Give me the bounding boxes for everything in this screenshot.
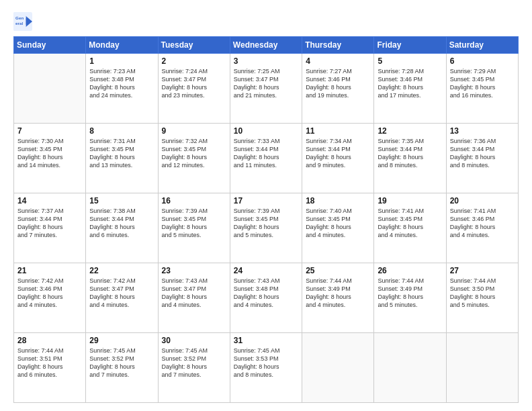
day-number: 13 (450, 126, 515, 136)
cell-text: Sunrise: 7:42 AMSunset: 3:47 PMDaylight:… (89, 277, 154, 310)
header: Gen eral (13, 12, 519, 31)
page: Gen eral SundayMondayTuesdayWednesdayThu… (0, 0, 532, 411)
day-number: 25 (306, 266, 370, 275)
calendar-cell: 29Sunrise: 7:45 AMSunset: 3:52 PMDayligh… (86, 333, 158, 403)
day-number: 10 (234, 126, 298, 136)
day-number: 27 (450, 266, 515, 275)
weekday-header: Tuesday (158, 37, 230, 54)
weekday-header: Thursday (302, 37, 374, 54)
cell-text: Sunrise: 7:41 AMSunset: 3:46 PMDaylight:… (450, 207, 515, 240)
calendar-cell (374, 333, 446, 403)
calendar-cell: 4Sunrise: 7:27 AMSunset: 3:46 PMDaylight… (302, 54, 374, 124)
cell-text: Sunrise: 7:33 AMSunset: 3:44 PMDaylight:… (234, 137, 298, 170)
svg-text:Gen: Gen (15, 15, 24, 20)
cell-text: Sunrise: 7:44 AMSunset: 3:50 PMDaylight:… (450, 277, 515, 310)
calendar-cell: 8Sunrise: 7:31 AMSunset: 3:45 PMDaylight… (86, 124, 158, 193)
cell-text: Sunrise: 7:25 AMSunset: 3:47 PMDaylight:… (234, 67, 298, 100)
cell-text: Sunrise: 7:38 AMSunset: 3:44 PMDaylight:… (89, 207, 154, 240)
calendar-cell: 5Sunrise: 7:28 AMSunset: 3:46 PMDaylight… (374, 54, 446, 124)
calendar-cell: 28Sunrise: 7:44 AMSunset: 3:51 PMDayligh… (14, 333, 86, 403)
cell-text: Sunrise: 7:39 AMSunset: 3:45 PMDaylight:… (234, 207, 298, 240)
day-number: 14 (17, 196, 82, 205)
calendar-week-row: 14Sunrise: 7:37 AMSunset: 3:44 PMDayligh… (14, 193, 519, 263)
day-number: 24 (234, 266, 298, 275)
day-number: 29 (89, 336, 154, 345)
day-number: 9 (162, 126, 226, 136)
weekday-header: Sunday (14, 37, 86, 54)
day-number: 17 (234, 196, 298, 205)
calendar-cell: 6Sunrise: 7:29 AMSunset: 3:45 PMDaylight… (446, 54, 518, 124)
calendar-cell: 13Sunrise: 7:36 AMSunset: 3:44 PMDayligh… (446, 124, 518, 193)
logo-icon: Gen eral (13, 12, 32, 31)
weekday-header: Friday (374, 37, 446, 54)
cell-text: Sunrise: 7:23 AMSunset: 3:48 PMDaylight:… (89, 67, 154, 100)
cell-text: Sunrise: 7:37 AMSunset: 3:44 PMDaylight:… (17, 207, 82, 240)
weekday-header: Wednesday (230, 37, 302, 54)
cell-text: Sunrise: 7:39 AMSunset: 3:45 PMDaylight:… (162, 207, 226, 240)
weekday-header: Monday (86, 37, 158, 54)
day-number: 31 (234, 336, 298, 345)
day-number: 26 (378, 266, 442, 275)
calendar-week-row: 21Sunrise: 7:42 AMSunset: 3:46 PMDayligh… (14, 263, 519, 333)
calendar-cell (302, 333, 374, 403)
day-number: 4 (306, 56, 370, 66)
cell-text: Sunrise: 7:45 AMSunset: 3:52 PMDaylight:… (89, 347, 154, 379)
calendar-cell: 25Sunrise: 7:44 AMSunset: 3:49 PMDayligh… (302, 263, 374, 333)
calendar-cell: 21Sunrise: 7:42 AMSunset: 3:46 PMDayligh… (14, 263, 86, 333)
day-number: 30 (162, 336, 226, 345)
day-number: 11 (306, 126, 370, 136)
day-number: 5 (378, 56, 442, 66)
day-number: 23 (162, 266, 226, 275)
calendar-cell: 19Sunrise: 7:41 AMSunset: 3:45 PMDayligh… (374, 193, 446, 263)
calendar-cell (14, 54, 86, 124)
cell-text: Sunrise: 7:29 AMSunset: 3:45 PMDaylight:… (450, 67, 515, 100)
calendar-week-row: 28Sunrise: 7:44 AMSunset: 3:51 PMDayligh… (14, 333, 519, 403)
calendar-week-row: 1Sunrise: 7:23 AMSunset: 3:48 PMDaylight… (14, 54, 519, 124)
cell-text: Sunrise: 7:41 AMSunset: 3:45 PMDaylight:… (378, 207, 442, 240)
calendar-cell: 30Sunrise: 7:45 AMSunset: 3:52 PMDayligh… (158, 333, 230, 403)
day-number: 28 (17, 336, 82, 345)
day-number: 16 (162, 196, 226, 205)
day-number: 12 (378, 126, 442, 136)
day-number: 8 (89, 126, 154, 136)
weekday-header: Saturday (446, 37, 518, 54)
calendar-cell: 20Sunrise: 7:41 AMSunset: 3:46 PMDayligh… (446, 193, 518, 263)
calendar-cell: 14Sunrise: 7:37 AMSunset: 3:44 PMDayligh… (14, 193, 86, 263)
calendar-table: SundayMondayTuesdayWednesdayThursdayFrid… (13, 36, 519, 403)
cell-text: Sunrise: 7:44 AMSunset: 3:49 PMDaylight:… (378, 277, 442, 310)
cell-text: Sunrise: 7:27 AMSunset: 3:46 PMDaylight:… (306, 67, 370, 100)
cell-text: Sunrise: 7:43 AMSunset: 3:48 PMDaylight:… (234, 277, 298, 310)
calendar-cell: 15Sunrise: 7:38 AMSunset: 3:44 PMDayligh… (86, 193, 158, 263)
calendar-cell (446, 333, 518, 403)
cell-text: Sunrise: 7:32 AMSunset: 3:45 PMDaylight:… (162, 137, 226, 170)
calendar-cell: 23Sunrise: 7:43 AMSunset: 3:47 PMDayligh… (158, 263, 230, 333)
calendar-cell: 9Sunrise: 7:32 AMSunset: 3:45 PMDaylight… (158, 124, 230, 193)
cell-text: Sunrise: 7:44 AMSunset: 3:51 PMDaylight:… (17, 347, 82, 379)
calendar-cell: 12Sunrise: 7:35 AMSunset: 3:44 PMDayligh… (374, 124, 446, 193)
cell-text: Sunrise: 7:44 AMSunset: 3:49 PMDaylight:… (306, 277, 370, 310)
calendar-cell: 10Sunrise: 7:33 AMSunset: 3:44 PMDayligh… (230, 124, 302, 193)
day-number: 6 (450, 56, 515, 66)
cell-text: Sunrise: 7:43 AMSunset: 3:47 PMDaylight:… (162, 277, 226, 310)
day-number: 3 (234, 56, 298, 66)
cell-text: Sunrise: 7:35 AMSunset: 3:44 PMDaylight:… (378, 137, 442, 170)
day-number: 2 (162, 56, 226, 66)
day-number: 19 (378, 196, 442, 205)
calendar-cell: 22Sunrise: 7:42 AMSunset: 3:47 PMDayligh… (86, 263, 158, 333)
calendar-cell: 1Sunrise: 7:23 AMSunset: 3:48 PMDaylight… (86, 54, 158, 124)
calendar-cell: 27Sunrise: 7:44 AMSunset: 3:50 PMDayligh… (446, 263, 518, 333)
calendar-week-row: 7Sunrise: 7:30 AMSunset: 3:45 PMDaylight… (14, 124, 519, 193)
day-number: 15 (89, 196, 154, 205)
cell-text: Sunrise: 7:30 AMSunset: 3:45 PMDaylight:… (17, 137, 82, 170)
cell-text: Sunrise: 7:40 AMSunset: 3:45 PMDaylight:… (306, 207, 370, 240)
calendar-cell: 31Sunrise: 7:45 AMSunset: 3:53 PMDayligh… (230, 333, 302, 403)
calendar-cell: 7Sunrise: 7:30 AMSunset: 3:45 PMDaylight… (14, 124, 86, 193)
calendar-cell: 3Sunrise: 7:25 AMSunset: 3:47 PMDaylight… (230, 54, 302, 124)
cell-text: Sunrise: 7:34 AMSunset: 3:44 PMDaylight:… (306, 137, 370, 170)
calendar-header-row: SundayMondayTuesdayWednesdayThursdayFrid… (14, 37, 519, 54)
cell-text: Sunrise: 7:28 AMSunset: 3:46 PMDaylight:… (378, 67, 442, 100)
cell-text: Sunrise: 7:24 AMSunset: 3:47 PMDaylight:… (162, 67, 226, 100)
cell-text: Sunrise: 7:45 AMSunset: 3:52 PMDaylight:… (162, 347, 226, 379)
calendar-cell: 11Sunrise: 7:34 AMSunset: 3:44 PMDayligh… (302, 124, 374, 193)
svg-text:eral: eral (15, 21, 23, 26)
